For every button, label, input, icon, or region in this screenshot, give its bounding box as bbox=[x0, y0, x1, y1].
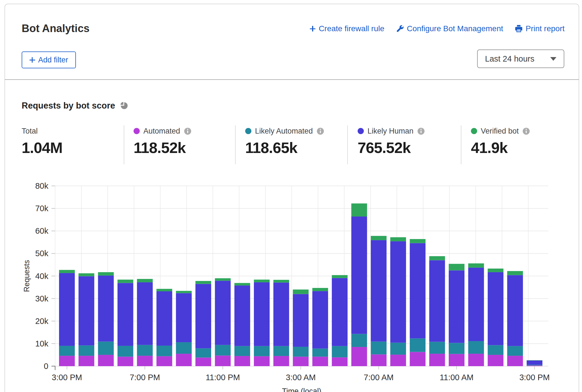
bar-segment[interactable] bbox=[410, 243, 425, 339]
bar-3-00-am[interactable] bbox=[293, 290, 309, 366]
bar-5-00-am[interactable] bbox=[332, 275, 348, 366]
bar-segment[interactable] bbox=[527, 361, 542, 365]
bar-segment[interactable] bbox=[351, 217, 367, 334]
bar-segment[interactable] bbox=[157, 289, 172, 291]
bar-segment[interactable] bbox=[293, 290, 309, 294]
bar-segment[interactable] bbox=[507, 346, 523, 356]
time-range-select[interactable]: Last 24 hours bbox=[477, 49, 564, 68]
bar-segment[interactable] bbox=[137, 279, 153, 282]
bar-2-00-am[interactable] bbox=[273, 280, 289, 366]
bar-segment[interactable] bbox=[293, 357, 309, 366]
bar-2-00-pm[interactable] bbox=[507, 271, 523, 366]
bar-segment[interactable] bbox=[59, 356, 75, 366]
bar-segment[interactable] bbox=[78, 273, 94, 276]
bar-segment[interactable] bbox=[176, 342, 192, 354]
bar-segment[interactable] bbox=[273, 283, 289, 346]
bar-segment[interactable] bbox=[118, 346, 133, 357]
bar-segment[interactable] bbox=[507, 271, 523, 275]
bar-9-00-am[interactable] bbox=[410, 239, 425, 366]
bar-3-00-pm[interactable] bbox=[59, 270, 75, 366]
bar-segment[interactable] bbox=[332, 346, 348, 357]
bar-segment[interactable] bbox=[254, 280, 270, 282]
bar-1-00-am[interactable] bbox=[254, 280, 270, 366]
requests-by-bot-score-chart[interactable]: 010k20k30k40k50k60k70k80k3:00 PM7:00 PM1… bbox=[0, 173, 582, 392]
bar-segment[interactable] bbox=[215, 345, 231, 356]
bar-segment[interactable] bbox=[332, 278, 348, 346]
bar-4-00-pm[interactable] bbox=[78, 273, 94, 366]
bar-8-00-am[interactable] bbox=[390, 237, 406, 366]
bar-10-00-pm[interactable] bbox=[195, 281, 211, 366]
bar-segment[interactable] bbox=[488, 269, 504, 272]
bar-11-00-pm[interactable] bbox=[215, 278, 231, 366]
bar-segment[interactable] bbox=[429, 256, 445, 260]
bar-segment[interactable] bbox=[488, 345, 504, 355]
bar-segment[interactable] bbox=[59, 270, 75, 273]
bar-segment[interactable] bbox=[293, 294, 309, 347]
bar-segment[interactable] bbox=[449, 264, 464, 270]
bar-segment[interactable] bbox=[390, 237, 406, 241]
bar-segment[interactable] bbox=[390, 241, 406, 343]
info-icon[interactable] bbox=[522, 127, 530, 135]
bar-12-00-pm[interactable] bbox=[468, 263, 484, 366]
bar-segment[interactable] bbox=[527, 366, 542, 366]
bar-segment[interactable] bbox=[137, 356, 153, 366]
bar-segment[interactable] bbox=[410, 338, 425, 352]
bar-segment[interactable] bbox=[527, 365, 542, 365]
bar-4-00-am[interactable] bbox=[312, 288, 328, 366]
bar-segment[interactable] bbox=[390, 343, 406, 355]
bar-segment[interactable] bbox=[254, 346, 270, 356]
bar-6-00-am[interactable] bbox=[351, 203, 367, 366]
bar-1-00-pm[interactable] bbox=[488, 269, 504, 366]
bar-segment[interactable] bbox=[59, 273, 75, 346]
bar-segment[interactable] bbox=[488, 355, 504, 366]
bar-11-00-am[interactable] bbox=[449, 264, 464, 366]
bar-segment[interactable] bbox=[312, 349, 328, 357]
bar-segment[interactable] bbox=[371, 236, 387, 240]
bar-segment[interactable] bbox=[157, 346, 172, 356]
bar-segment[interactable] bbox=[78, 276, 94, 345]
bar-3-00-pm[interactable] bbox=[527, 360, 542, 366]
bar-segment[interactable] bbox=[176, 354, 192, 366]
bar-segment[interactable] bbox=[371, 240, 387, 342]
bar-segment[interactable] bbox=[137, 345, 153, 356]
bar-segment[interactable] bbox=[351, 347, 367, 366]
bar-segment[interactable] bbox=[371, 354, 387, 366]
bar-segment[interactable] bbox=[293, 347, 309, 357]
bar-segment[interactable] bbox=[215, 281, 231, 345]
bar-segment[interactable] bbox=[351, 203, 367, 216]
configure-bot-management-link[interactable]: Configure Bot Management bbox=[396, 24, 503, 33]
bar-5-00-pm[interactable] bbox=[98, 272, 114, 366]
bar-segment[interactable] bbox=[118, 357, 133, 366]
bar-segment[interactable] bbox=[195, 348, 211, 358]
bar-segment[interactable] bbox=[429, 260, 445, 342]
bar-segment[interactable] bbox=[312, 357, 328, 366]
bar-segment[interactable] bbox=[371, 342, 387, 355]
bar-segment[interactable] bbox=[215, 355, 231, 366]
add-filter-button[interactable]: Add filter bbox=[22, 51, 76, 68]
bar-segment[interactable] bbox=[98, 276, 114, 342]
bar-segment[interactable] bbox=[176, 293, 192, 342]
bar-segment[interactable] bbox=[137, 282, 153, 345]
create-firewall-rule-link[interactable]: Create firewall rule bbox=[309, 24, 384, 33]
bar-segment[interactable] bbox=[273, 356, 289, 366]
bar-8-00-pm[interactable] bbox=[157, 289, 172, 366]
bar-9-00-pm[interactable] bbox=[176, 291, 192, 366]
bar-segment[interactable] bbox=[98, 342, 114, 355]
bar-segment[interactable] bbox=[449, 343, 464, 354]
bar-segment[interactable] bbox=[176, 291, 192, 293]
bar-segment[interactable] bbox=[507, 356, 523, 366]
bar-segment[interactable] bbox=[429, 354, 445, 366]
bar-segment[interactable] bbox=[195, 284, 211, 348]
bar-segment[interactable] bbox=[468, 354, 484, 366]
bar-segment[interactable] bbox=[273, 280, 289, 283]
bar-6-00-pm[interactable] bbox=[118, 280, 133, 366]
bar-segment[interactable] bbox=[527, 360, 542, 361]
bar-segment[interactable] bbox=[157, 291, 172, 346]
bar-segment[interactable] bbox=[195, 281, 211, 284]
info-icon[interactable] bbox=[417, 127, 425, 135]
bar-segment[interactable] bbox=[234, 356, 250, 366]
bar-segment[interactable] bbox=[351, 334, 367, 347]
bar-segment[interactable] bbox=[410, 352, 425, 366]
bar-segment[interactable] bbox=[332, 357, 348, 366]
bar-segment[interactable] bbox=[488, 272, 504, 345]
